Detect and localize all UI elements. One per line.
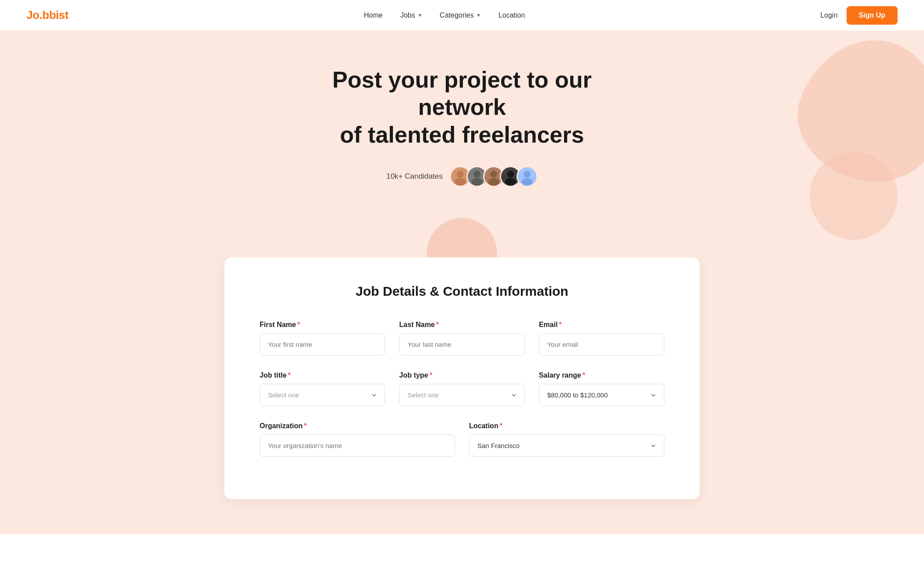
svg-point-1 (457, 171, 464, 178)
svg-point-2 (455, 178, 466, 186)
location-required: * (500, 422, 502, 430)
categories-dropdown-arrow: ▼ (477, 13, 481, 18)
job-title-label: Job title* (260, 371, 385, 379)
job-type-group: Job type* Select one Full-time Part-time… (399, 371, 524, 406)
svg-point-13 (524, 171, 531, 178)
logo[interactable]: Jo.bbist (26, 8, 69, 22)
avatar-5-image (518, 166, 536, 187)
form-card: Job Details & Contact Information First … (224, 257, 700, 499)
form-title: Job Details & Contact Information (260, 284, 664, 299)
nav-item-jobs[interactable]: Jobs ▼ (400, 11, 422, 19)
location-label: Location* (469, 422, 664, 430)
form-row-1: First Name* Last Name* Email* (260, 321, 664, 356)
svg-point-4 (473, 171, 480, 178)
svg-point-8 (488, 178, 499, 186)
logo-text-2: bbist (42, 8, 69, 22)
signup-button[interactable]: Sign Up (847, 6, 898, 25)
last-name-required: * (436, 321, 439, 328)
navbar: Jo.bbist Home Jobs ▼ Categories ▼ Locati… (0, 0, 924, 31)
organization-label: Organization* (260, 422, 455, 430)
login-button[interactable]: Login (820, 11, 837, 19)
nav-item-location[interactable]: Location (499, 11, 525, 19)
hero-candidates: 10k+ Candidates (26, 166, 898, 187)
form-section: Job Details & Contact Information First … (0, 257, 924, 534)
svg-point-5 (472, 178, 483, 186)
organization-group: Organization* (260, 422, 455, 457)
first-name-label: First Name* (260, 321, 385, 329)
svg-point-7 (490, 171, 497, 178)
svg-point-14 (522, 178, 533, 186)
navbar-actions: Login Sign Up (820, 6, 898, 25)
avatar-5 (517, 166, 538, 187)
avatars-group (450, 166, 538, 187)
organization-input[interactable] (260, 434, 455, 457)
candidates-count: 10k+ Candidates (386, 172, 443, 181)
salary-group: Salary range* $80,000 to $120,000 $40,00… (539, 371, 664, 406)
organization-required: * (304, 422, 307, 430)
salary-label: Salary range* (539, 371, 664, 379)
nav-menu: Home Jobs ▼ Categories ▼ Location (364, 11, 525, 19)
form-row-2: Job title* Select one Software Engineer … (260, 371, 664, 406)
hero-section: Post your project to our network of tale… (0, 31, 924, 257)
email-group: Email* (539, 321, 664, 356)
last-name-input[interactable] (399, 333, 524, 356)
jobs-dropdown-arrow: ▼ (418, 13, 422, 18)
email-input[interactable] (539, 333, 664, 356)
email-label: Email* (539, 321, 664, 329)
job-title-select[interactable]: Select one Software Engineer Product Man… (260, 384, 385, 406)
last-name-label: Last Name* (399, 321, 524, 329)
job-type-label: Job type* (399, 371, 524, 379)
last-name-group: Last Name* (399, 321, 524, 356)
email-required: * (559, 321, 561, 328)
job-type-select[interactable]: Select one Full-time Part-time Contract (399, 384, 524, 406)
first-name-required: * (297, 321, 300, 328)
job-type-required: * (429, 371, 432, 379)
form-row-3: Organization* Location* San Francisco Ne… (260, 422, 664, 457)
location-group: Location* San Francisco New York Los Ang… (469, 422, 664, 457)
salary-required: * (583, 371, 585, 379)
logo-text-1: Jo (26, 8, 39, 22)
svg-point-10 (507, 171, 514, 178)
nav-item-home[interactable]: Home (364, 11, 383, 19)
job-title-group: Job title* Select one Software Engineer … (260, 371, 385, 406)
nav-item-categories[interactable]: Categories ▼ (440, 11, 480, 19)
job-title-required: * (288, 371, 290, 379)
location-select[interactable]: San Francisco New York Los Angeles Chica… (469, 434, 664, 457)
hero-title: Post your project to our network of tale… (308, 66, 616, 148)
hero-bg-shape-center (427, 218, 497, 257)
first-name-group: First Name* (260, 321, 385, 356)
salary-select[interactable]: $80,000 to $120,000 $40,000 to $80,000 $… (539, 384, 664, 406)
svg-point-11 (505, 178, 516, 186)
hero-bg-shape-bottom (810, 152, 898, 240)
first-name-input[interactable] (260, 333, 385, 356)
